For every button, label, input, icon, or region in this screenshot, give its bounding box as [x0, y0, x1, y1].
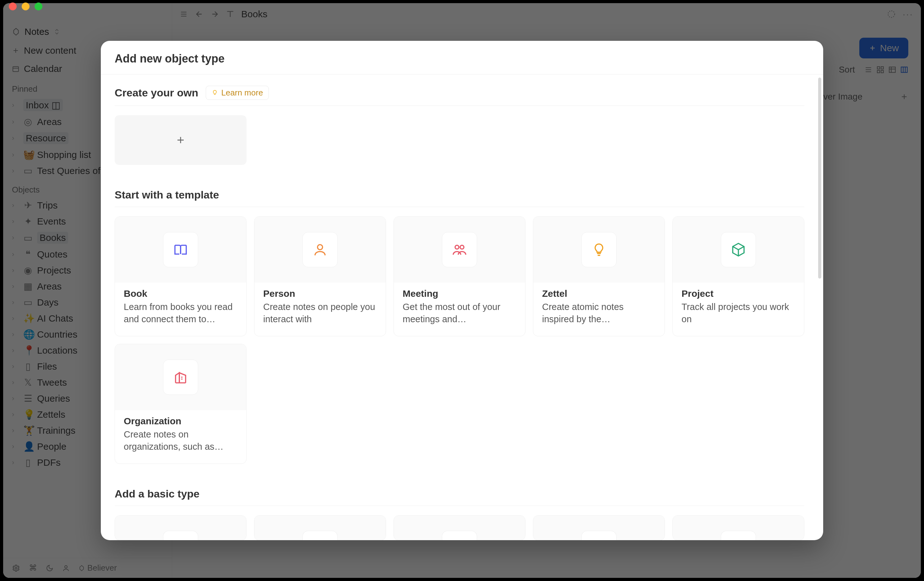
building-icon [173, 370, 188, 385]
modal-title: Add new object type [101, 41, 823, 74]
template-zettel[interactable]: Zettel Create atomic notes inspired by t… [533, 216, 665, 336]
template-organization[interactable]: Organization Create notes on organizatio… [115, 344, 247, 464]
template-desc: Create atomic notes inspired by the… [542, 301, 656, 325]
learn-more-button[interactable]: Learn more [206, 86, 269, 100]
basic-type-card[interactable] [533, 515, 665, 540]
template-grid: Book Learn from books you read and conne… [115, 207, 804, 467]
template-title: Book [124, 288, 238, 299]
template-project[interactable]: Project Track all projects you work on [672, 216, 804, 336]
add-object-type-modal: Add new object type Create your own Lear… [101, 41, 823, 540]
template-desc: Learn from books you read and connect th… [124, 301, 238, 325]
book-icon [173, 242, 188, 257]
template-title: Organization [124, 416, 238, 426]
template-title: Zettel [542, 288, 656, 299]
basic-type-card[interactable] [254, 515, 386, 540]
basic-heading: Add a basic type [115, 488, 200, 500]
template-person[interactable]: Person Create notes on people you intera… [254, 216, 386, 336]
basic-type-card[interactable] [115, 515, 247, 540]
template-title: Meeting [403, 288, 516, 299]
svg-point-35 [460, 245, 464, 249]
basic-type-card[interactable] [394, 515, 525, 540]
close-window-button[interactable] [9, 3, 16, 10]
template-title: Project [681, 288, 795, 299]
modal-body: Create your own Learn more Start with a … [101, 74, 823, 540]
svg-point-34 [455, 245, 459, 249]
template-desc: Get the most out of your meetings and… [403, 301, 516, 325]
meeting-icon [452, 242, 467, 257]
maximize-window-button[interactable] [35, 3, 42, 10]
window-titlebar [0, 0, 42, 13]
minimize-window-button[interactable] [21, 3, 30, 10]
create-own-heading: Create your own [115, 87, 198, 99]
lightbulb-icon [591, 242, 607, 257]
scrollbar-thumb[interactable] [818, 78, 821, 279]
templates-heading: Start with a template [115, 189, 219, 201]
template-desc: Create notes on organizations, such as… [124, 428, 238, 453]
lightbulb-icon [212, 90, 218, 96]
person-icon [312, 242, 328, 257]
template-book[interactable]: Book Learn from books you read and conne… [115, 216, 247, 336]
learn-more-label: Learn more [221, 88, 263, 98]
template-title: Person [263, 288, 377, 299]
create-blank-type-button[interactable] [115, 115, 247, 165]
plus-icon [175, 135, 186, 145]
basic-type-card[interactable] [672, 515, 804, 540]
template-desc: Create notes on people you interact with [263, 301, 377, 325]
template-desc: Track all projects you work on [681, 301, 795, 325]
basic-type-grid [115, 506, 804, 540]
template-meeting[interactable]: Meeting Get the most out of your meeting… [394, 216, 525, 336]
svg-point-33 [317, 245, 323, 250]
cube-icon [731, 242, 746, 257]
